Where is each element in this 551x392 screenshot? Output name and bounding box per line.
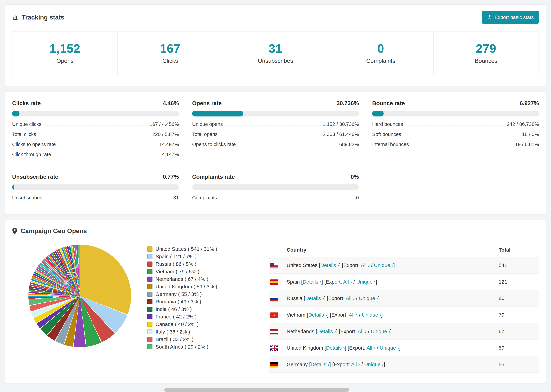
rate-block: Unsubscribe rate0.77%Unsubscribes31 (12, 174, 179, 203)
rate-progress-fill (192, 111, 243, 117)
tracking-stats-title-text: Tracking stats (22, 14, 64, 21)
dotted-leader (219, 199, 354, 199)
country-name: Netherlands (287, 329, 316, 334)
rate-value: 30.736% (337, 100, 359, 106)
export-unique-link[interactable]: Unique › (374, 262, 393, 268)
legend-swatch (147, 261, 152, 267)
legend-item: India ( 46 / 3% ) (147, 305, 269, 313)
legend-swatch (147, 337, 152, 342)
rate-stat-value: 0 (356, 195, 359, 201)
legend-label: Canada ( 40 / 2% ) (155, 321, 199, 327)
legend-label: Romania ( 49 / 3% ) (155, 299, 201, 305)
dotted-leader (58, 146, 157, 146)
stat-label: Opens (13, 57, 117, 64)
legend-swatch (147, 277, 152, 282)
rate-progress-bar (192, 184, 359, 190)
rate-stat-value: 19 / 6.81% (515, 142, 539, 147)
export-all-link[interactable]: All › (358, 329, 367, 334)
rate-stat-rows: Unsubscribes31 (12, 193, 179, 203)
dotted-leader (403, 136, 520, 136)
rate-value: 0% (351, 174, 359, 180)
country-column-header: Country (269, 245, 499, 257)
geo-card-title: Campaign Geo Opens (12, 227, 539, 235)
rate-block: Opens rate30.736%Unique opens1,152 / 30.… (192, 100, 359, 160)
rate-value: 4.46% (163, 100, 179, 106)
export-basic-stats-button[interactable]: Export basic stats (482, 11, 539, 24)
dotted-leader (43, 126, 148, 126)
rate-stat-row: Total opens2,303 / 61.446% (192, 129, 359, 139)
country-name: Spain (287, 279, 301, 285)
rate-progress-fill (12, 111, 20, 117)
stat-box: 31Unsubscribes (223, 31, 328, 75)
rate-stat-label: Soft bounces (372, 132, 401, 137)
details-link[interactable]: Details › (326, 345, 345, 351)
details-link[interactable]: Details › (311, 362, 329, 367)
rate-progress-fill (12, 184, 14, 190)
stat-value: 1,152 (13, 42, 117, 56)
country-cell: Spain [Details ›] [Export: All › / Uniqu… (287, 274, 499, 290)
details-link[interactable]: Details › (320, 262, 339, 268)
dotted-leader (44, 199, 171, 199)
legend-swatch (147, 307, 152, 312)
export-all-link[interactable]: All › (361, 262, 370, 268)
horizontal-scrollbar-thumb[interactable] (164, 388, 349, 392)
table-row: United Kingdom [Details ›] [Export: All … (269, 340, 539, 356)
flag-cell (269, 340, 287, 356)
rate-stat-row: Unsubscribes31 (12, 193, 179, 203)
export-all-link[interactable]: All › (346, 295, 354, 301)
rate-stat-value: 14.497% (159, 142, 179, 147)
details-link[interactable]: Details › (303, 279, 321, 285)
flag-cell (269, 307, 287, 323)
rate-name: Complaints rate (192, 174, 235, 180)
legend-swatch (147, 246, 152, 252)
ru-flag-icon (270, 296, 278, 301)
export-unique-link[interactable]: Unique › (359, 295, 378, 301)
details-link[interactable]: Details › (305, 295, 324, 301)
export-all-link[interactable]: All › (349, 312, 358, 318)
tracking-stats-card: Tracking stats Export basic stats 1,152O… (5, 4, 546, 86)
rate-header: Clicks rate4.46% (12, 100, 179, 106)
export-all-link[interactable]: All › (367, 345, 375, 351)
rate-progress-bar (12, 184, 179, 190)
export-unique-link[interactable]: Unique › (371, 329, 390, 334)
rate-stat-label: Clicks to opens rate (12, 142, 56, 147)
export-all-link[interactable]: All › (351, 362, 360, 367)
country-total: 86 (499, 290, 539, 307)
rate-header: Complaints rate0% (192, 174, 359, 180)
export-all-link[interactable]: All › (343, 279, 352, 285)
tracking-card-header: Tracking stats Export basic stats (12, 11, 539, 24)
bar-chart-icon (12, 14, 18, 21)
legend-label: Spain ( 121 / 7% ) (155, 254, 197, 259)
details-link[interactable]: Details › (317, 329, 336, 334)
rate-stat-label: Opens to clicks rate (192, 142, 236, 147)
legend-swatch (147, 344, 152, 350)
rate-progress-bar (372, 111, 539, 117)
rate-block: Bounce rate6.927%Hard bounces242 / 86.73… (372, 100, 539, 160)
stat-box: 167Clicks (117, 31, 223, 75)
legend-swatch (147, 284, 152, 289)
rates-grid: Clicks rate4.46%Unique clicks167 / 4.456… (12, 100, 539, 203)
dotted-leader (238, 146, 337, 146)
export-unique-link[interactable]: Unique › (364, 362, 384, 367)
legend-item: Canada ( 40 / 2% ) (147, 321, 269, 328)
details-link[interactable]: Details › (308, 312, 327, 318)
de-flag-icon (270, 362, 278, 367)
table-row: United States [Details ›] [Export: All ›… (269, 257, 539, 274)
rate-stat-label: Complaints (192, 195, 217, 201)
rate-stat-value: 2,303 / 61.446% (323, 132, 359, 137)
rate-stat-row: Unique opens1,152 / 30.736% (192, 119, 359, 129)
rate-value: 6.927% (520, 100, 539, 106)
rate-stat-label: Unsubscribes (12, 195, 42, 201)
legend-label: Netherlands ( 67 / 4% ) (155, 276, 208, 282)
export-unique-link[interactable]: Unique › (356, 279, 376, 285)
page: Tracking stats Export basic stats 1,152O… (0, 0, 551, 383)
country-total: 55 (499, 356, 539, 373)
stat-value: 31 (223, 42, 328, 56)
rate-value: 0.77% (163, 174, 179, 180)
rate-stat-value: 167 / 4.456% (149, 121, 179, 127)
flag-cell (269, 290, 287, 307)
rate-stat-label: Hard bounces (372, 121, 403, 127)
export-unique-link[interactable]: Unique › (380, 345, 399, 351)
stat-label: Bounces (434, 57, 538, 64)
export-unique-link[interactable]: Unique › (362, 312, 381, 318)
